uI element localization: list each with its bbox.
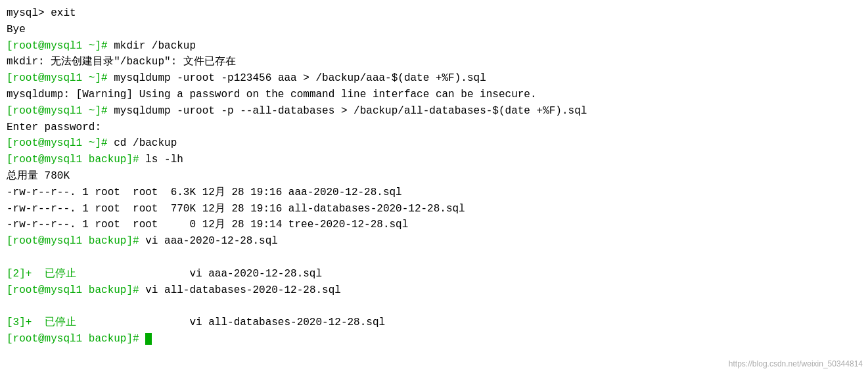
stopped-indicator: [2]+ 已停止 xyxy=(7,268,189,280)
terminal-empty-line xyxy=(7,250,861,266)
terminal-line: [2]+ 已停止 vi aaa-2020-12-28.sql xyxy=(7,266,861,282)
prompt: [root@mysql1 ~]# xyxy=(7,72,114,84)
terminal-current-line: [root@mysql1 backup]# xyxy=(7,331,861,347)
terminal-line: [root@mysql1 backup]# ls -lh xyxy=(7,152,861,168)
prompt: [root@mysql1 backup]# xyxy=(7,284,145,296)
terminal-window: mysql> exit Bye [root@mysql1 ~]# mkdir /… xyxy=(0,0,868,375)
command-text: mysqldump -uroot -p123456 aaa > /backup/… xyxy=(114,72,486,84)
terminal-line: mysql> exit xyxy=(7,5,861,22)
prompt: [root@mysql1 backup]# xyxy=(7,333,145,345)
terminal-line: [3]+ 已停止 vi all-databases-2020-12-28.sql xyxy=(7,315,861,331)
stopped-command: vi all-databases-2020-12-28.sql xyxy=(189,317,385,328)
command-text: mkdir /backup xyxy=(114,40,196,52)
command-text: ls -lh xyxy=(145,154,183,165)
cursor-block xyxy=(145,333,152,345)
prompt: [root@mysql1 ~]# xyxy=(7,105,114,117)
terminal-line: Bye xyxy=(7,22,861,38)
terminal-line: [root@mysql1 backup]# vi aaa-2020-12-28.… xyxy=(7,233,861,250)
terminal-line: 总用量 780K xyxy=(7,168,861,185)
command-text: vi all-databases-2020-12-28.sql xyxy=(145,284,341,296)
stopped-command: vi aaa-2020-12-28.sql xyxy=(189,268,322,280)
terminal-line: [root@mysql1 ~]# mysqldump -uroot -p1234… xyxy=(7,70,861,87)
prompt: [root@mysql1 ~]# xyxy=(7,137,114,149)
terminal-line: -rw-r--r--. 1 root root 0 12月 28 19:14 t… xyxy=(7,217,861,233)
command-text: vi aaa-2020-12-28.sql xyxy=(145,235,278,247)
terminal-line: [root@mysql1 ~]# mysqldump -uroot -p --a… xyxy=(7,103,861,120)
terminal-line: -rw-r--r--. 1 root root 770K 12月 28 19:1… xyxy=(7,201,861,217)
terminal-line: [root@mysql1 ~]# mkdir /backup xyxy=(7,38,861,55)
terminal-line: mkdir: 无法创建目录"/backup": 文件已存在 xyxy=(7,54,861,70)
terminal-line: [root@mysql1 backup]# vi all-databases-2… xyxy=(7,282,861,299)
stopped-indicator: [3]+ 已停止 xyxy=(7,317,189,328)
command-text: mysqldump -uroot -p --all-databases > /b… xyxy=(114,105,587,117)
terminal-empty-line xyxy=(7,298,861,315)
prompt: [root@mysql1 backup]# xyxy=(7,154,145,165)
terminal-line: mysqldump: [Warning] Using a password on… xyxy=(7,87,861,103)
prompt: [root@mysql1 backup]# xyxy=(7,235,145,247)
terminal-line: [root@mysql1 ~]# cd /backup xyxy=(7,135,861,152)
prompt: [root@mysql1 ~]# xyxy=(7,40,114,52)
terminal-line: -rw-r--r--. 1 root root 6.3K 12月 28 19:1… xyxy=(7,185,861,201)
watermark: https://blog.csdn.net/weixin_50344814 xyxy=(729,358,863,370)
command-text: cd /backup xyxy=(114,137,177,149)
terminal-line: Enter password: xyxy=(7,120,861,136)
